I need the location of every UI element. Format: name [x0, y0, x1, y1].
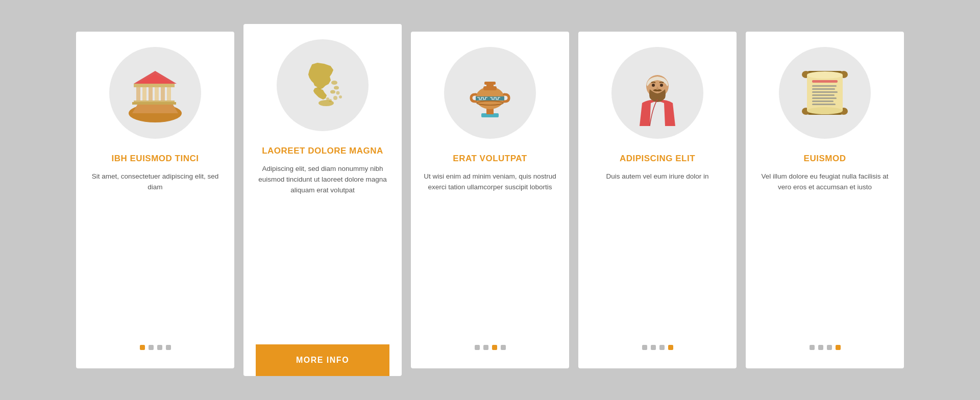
map-icon-circle — [277, 39, 369, 131]
dot-2 — [818, 345, 823, 350]
card-map: LAOREET DOLORE MAGNA Adipiscing elit, se… — [243, 24, 402, 376]
card-4-dots — [642, 345, 673, 350]
dot-4 — [836, 345, 841, 350]
svg-rect-8 — [134, 84, 175, 87]
svg-point-17 — [337, 92, 339, 94]
map-icon — [289, 52, 356, 118]
card-vase: ERAT VOLUTPAT Ut wisi enim ad minim veni… — [411, 32, 569, 368]
dot-1 — [475, 345, 480, 350]
card-3-body: Ut wisi enim ad minim veniam, quis nostr… — [423, 171, 557, 331]
dot-3 — [492, 345, 497, 350]
card-5-body: Vel illum dolore eu feugiat nulla facili… — [758, 171, 892, 331]
card-temple: IBH EUISMOD TINCI Sit amet, consectetuer… — [76, 32, 234, 368]
svg-rect-2 — [136, 86, 140, 102]
svg-rect-45 — [812, 91, 838, 93]
card-2-title: LAOREET DOLORE MAGNA — [262, 145, 383, 157]
svg-point-40 — [807, 71, 843, 79]
svg-point-18 — [339, 96, 341, 98]
dot-1 — [642, 345, 647, 350]
dot-2 — [483, 345, 488, 350]
svg-rect-42 — [812, 80, 838, 83]
scroll-icon-circle — [779, 47, 871, 139]
philosopher-icon — [624, 60, 691, 126]
svg-rect-27 — [484, 82, 496, 85]
svg-rect-6 — [161, 86, 165, 102]
svg-rect-44 — [812, 88, 835, 90]
dot-3 — [827, 345, 832, 350]
card-3-title: ERAT VOLUTPAT — [453, 153, 527, 164]
philosopher-icon-circle — [611, 47, 703, 139]
dot-2 — [651, 345, 656, 350]
svg-rect-5 — [155, 86, 159, 102]
card-5-dots — [810, 345, 841, 350]
svg-rect-4 — [149, 86, 153, 102]
dot-3 — [157, 345, 162, 350]
vase-icon — [457, 60, 523, 126]
more-info-button[interactable]: MORE INFO — [256, 344, 389, 376]
card-1-body: Sit amet, consectetuer adipiscing elit, … — [88, 171, 222, 331]
dot-3 — [659, 345, 665, 350]
svg-rect-47 — [812, 97, 837, 99]
card-4-body: Duis autem vel eum iriure dolor in — [606, 171, 708, 331]
svg-point-16 — [331, 91, 335, 93]
svg-point-21 — [327, 98, 329, 100]
card-scroll: EUISMOD Vel illum dolore eu feugiat null… — [746, 32, 904, 368]
svg-point-32 — [660, 84, 663, 87]
dot-1 — [140, 345, 145, 350]
svg-point-19 — [334, 96, 337, 99]
card-philosopher: ADIPISCING ELIT Duis autem vel eum iriur… — [578, 32, 737, 368]
svg-rect-12 — [132, 102, 176, 105]
temple-icon-circle — [109, 47, 201, 139]
svg-point-41 — [807, 107, 843, 114]
vase-icon-circle — [444, 47, 536, 139]
dot-4 — [668, 345, 673, 350]
temple-icon — [122, 60, 188, 126]
card-2-body: Adipiscing elit, sed diam nonummy nibh e… — [256, 164, 389, 334]
card-1-dots — [140, 345, 171, 350]
card-1-title: IBH EUISMOD TINCI — [112, 153, 199, 164]
svg-rect-46 — [812, 94, 835, 96]
dot-4 — [166, 345, 171, 350]
card-5-title: EUISMOD — [804, 153, 846, 164]
scroll-icon — [792, 60, 858, 126]
card-4-title: ADIPISCING ELIT — [620, 153, 695, 164]
svg-rect-26 — [486, 84, 494, 88]
card-3-dots — [475, 345, 506, 350]
svg-rect-43 — [812, 85, 837, 87]
dot-2 — [149, 345, 154, 350]
svg-rect-49 — [812, 104, 836, 105]
svg-point-31 — [652, 84, 655, 87]
dot-1 — [810, 345, 815, 350]
svg-rect-7 — [167, 86, 171, 102]
cards-container: IBH EUISMOD TINCI Sit amet, consectetuer… — [56, 16, 924, 384]
svg-rect-48 — [812, 101, 834, 102]
svg-point-14 — [332, 81, 337, 84]
svg-point-20 — [329, 99, 331, 102]
dot-4 — [501, 345, 506, 350]
svg-point-15 — [334, 87, 338, 89]
svg-rect-3 — [142, 86, 146, 102]
svg-rect-28 — [476, 96, 504, 101]
